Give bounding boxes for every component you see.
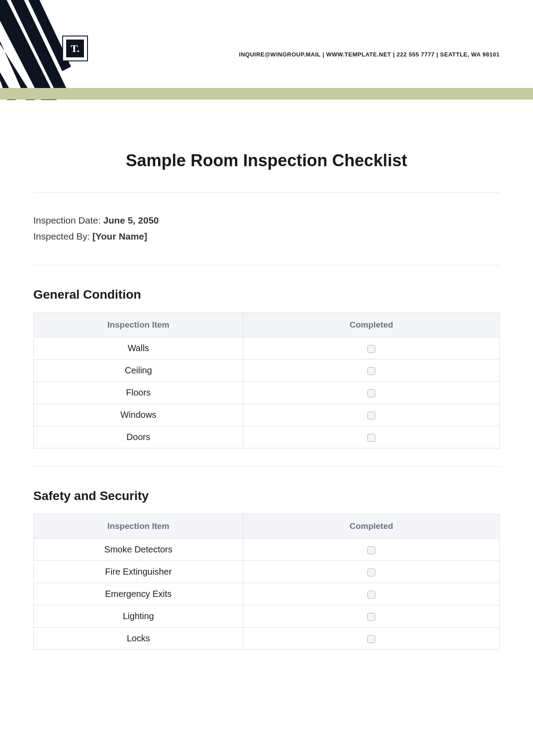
table-row: Windows [34,404,500,426]
logo-text: T. [66,40,84,57]
general-condition-table: Inspection Item Completed Walls Ceiling … [33,312,500,448]
table-row: Locks [34,628,500,650]
table-row: Doors [34,426,500,448]
inspection-item: Floors [34,382,243,404]
inspection-item: Ceiling [34,360,243,382]
checkbox[interactable] [367,367,375,375]
completed-cell [243,382,500,404]
table-row: Floors [34,382,500,404]
inspection-item: Doors [34,426,243,448]
table-row: Ceiling [34,360,500,382]
checkbox[interactable] [367,546,375,554]
table-header-completed: Completed [243,514,500,539]
completed-cell [243,539,500,561]
safety-security-table: Inspection Item Completed Smoke Detector… [33,514,500,650]
divider [33,466,500,467]
inspected-by-value: [Your Name] [92,231,147,241]
checkbox[interactable] [367,568,375,576]
inspected-by-label: Inspected By: [33,231,92,241]
divider [33,265,500,265]
table-header-completed: Completed [243,313,500,337]
completed-cell [243,605,500,628]
completed-cell [243,561,500,583]
inspection-item: Windows [34,404,243,426]
completed-cell [243,583,500,605]
checkbox[interactable] [367,412,375,420]
inspection-date-value: June 5, 2050 [103,215,159,225]
section-heading-general: General Condition [33,288,500,302]
table-row: Fire Extinguisher [34,561,500,583]
completed-cell [243,404,500,426]
olive-accent-bar [0,88,533,100]
completed-cell [243,426,500,448]
completed-cell [243,360,500,382]
checkbox[interactable] [367,389,375,397]
checkbox[interactable] [367,434,375,442]
inspection-item: Smoke Detectors [34,539,243,561]
inspection-item: Walls [34,337,243,360]
completed-cell [243,337,500,360]
table-row: Smoke Detectors [34,539,500,561]
inspected-by-line: Inspected By: [Your Name] [33,231,500,242]
inspection-date-line: Inspection Date: June 5, 2050 [33,215,500,226]
checkbox[interactable] [367,345,375,353]
inspection-item: Locks [34,628,243,650]
header-graphic: T. INQUIRE@WINGROUP.MAIL | WWW.TEMPLATE.… [0,0,533,100]
section-heading-safety: Safety and Security [33,489,500,503]
inspection-date-label: Inspection Date: [33,215,103,225]
inspection-item: Lighting [34,605,243,628]
checkbox[interactable] [367,613,375,621]
inspection-meta: Inspection Date: June 5, 2050 Inspected … [33,193,500,265]
logo: T. [62,36,88,61]
document-title: Sample Room Inspection Checklist [33,151,500,170]
checkbox[interactable] [367,591,375,599]
inspection-item: Fire Extinguisher [34,561,243,583]
table-row: Emergency Exits [34,583,500,605]
table-row: Walls [34,337,500,360]
header-contact-info: INQUIRE@WINGROUP.MAIL | WWW.TEMPLATE.NET… [239,51,500,58]
table-row: Lighting [34,605,500,628]
inspection-item: Emergency Exits [34,583,243,605]
table-header-item: Inspection Item [34,313,243,337]
completed-cell [243,628,500,650]
checkbox[interactable] [367,635,375,643]
table-header-item: Inspection Item [34,514,243,539]
